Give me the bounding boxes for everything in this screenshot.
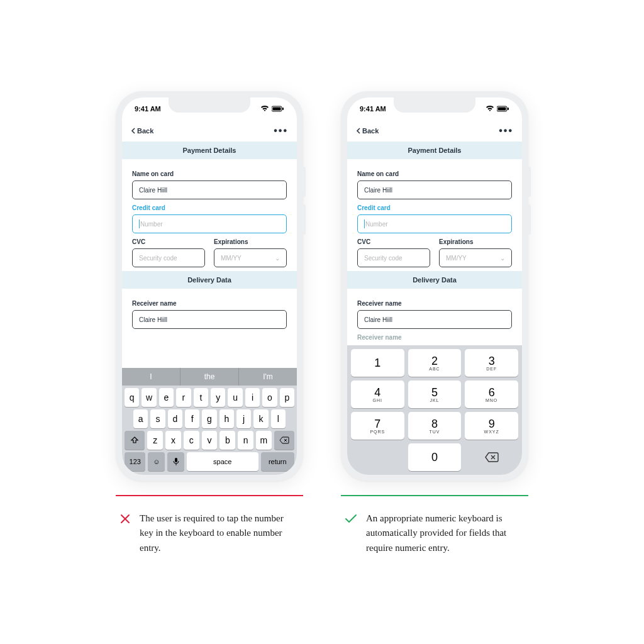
name-input[interactable]: Claire Hiill <box>357 180 512 199</box>
numkey-delete[interactable] <box>465 443 518 471</box>
section-payment: Payment Details <box>122 142 297 159</box>
exp-select[interactable]: MM/YY⌄ <box>214 248 287 267</box>
key-y[interactable]: y <box>211 388 225 407</box>
cvc-input[interactable]: Security code <box>132 248 205 267</box>
key-b[interactable]: b <box>219 431 235 450</box>
name-label: Name on card <box>357 170 512 177</box>
key-m[interactable]: m <box>256 431 272 450</box>
phone-bad: 9:41 AM Back ••• Payment Details Name on… <box>116 91 303 481</box>
caption-bad: The user is required to tap the number k… <box>116 495 303 555</box>
svg-rect-3 <box>175 458 177 462</box>
key-t[interactable]: t <box>194 388 208 407</box>
predict-0[interactable]: I <box>122 368 180 386</box>
key-o[interactable]: o <box>262 388 277 407</box>
key-q[interactable]: q <box>125 388 139 407</box>
key-f[interactable]: f <box>185 409 199 428</box>
kb-row-2: a s d f g h j k l <box>122 407 297 428</box>
more-button[interactable]: ••• <box>499 125 513 136</box>
card-input[interactable]: Number <box>132 214 287 233</box>
chevron-left-icon <box>356 128 361 134</box>
key-c[interactable]: c <box>184 431 199 450</box>
receiver-label: Receiver name <box>357 300 512 307</box>
return-key[interactable]: return <box>261 452 294 471</box>
numkey-4[interactable]: 4GHI <box>351 380 404 408</box>
back-button[interactable]: Back <box>131 127 153 135</box>
key-j[interactable]: j <box>236 409 251 428</box>
caption-good-text: An appropriate numeric keyboard is autom… <box>366 511 525 555</box>
status-icons <box>486 106 509 112</box>
form-body: Payment Details Name on card Claire Hiil… <box>122 142 297 368</box>
key-a[interactable]: a <box>133 409 148 428</box>
battery-icon <box>497 106 509 112</box>
space-key[interactable]: space <box>187 452 258 471</box>
status-icons <box>260 106 284 112</box>
rule-good <box>341 495 528 496</box>
kb-row-1: q w e r t y u i o p <box>122 386 297 407</box>
exp-label: Expirations <box>439 238 512 245</box>
phone-good: 9:41 AM Back ••• Payment Details Name on… <box>341 91 528 481</box>
key-i[interactable]: i <box>245 388 260 407</box>
svg-rect-1 <box>273 108 281 111</box>
cvc-input[interactable]: Security code <box>357 248 430 267</box>
key-r[interactable]: r <box>176 388 191 407</box>
status-time: 9:41 AM <box>360 105 386 113</box>
back-button[interactable]: Back <box>356 127 379 135</box>
mic-key[interactable] <box>167 452 184 471</box>
predict-2[interactable]: I'm <box>239 368 297 386</box>
key-x[interactable]: x <box>165 431 181 450</box>
receiver-label: Receiver name <box>132 300 287 307</box>
key-z[interactable]: z <box>147 431 163 450</box>
check-icon <box>345 513 357 525</box>
numkey-2[interactable]: 2ABC <box>408 349 462 377</box>
numkey-6[interactable]: 6MNO <box>465 380 518 408</box>
numkey-0[interactable]: 0 <box>408 443 462 471</box>
key-v[interactable]: v <box>202 431 218 450</box>
key-l[interactable]: l <box>271 409 286 428</box>
exp-label: Expirations <box>214 238 287 245</box>
key-u[interactable]: u <box>228 388 242 407</box>
chevron-left-icon <box>131 128 136 134</box>
key-h[interactable]: h <box>219 409 234 428</box>
emoji-key[interactable]: ☺ <box>148 452 165 471</box>
shift-key[interactable] <box>125 431 145 450</box>
back-label: Back <box>137 127 153 135</box>
notch <box>169 97 250 113</box>
shift-icon <box>130 436 139 445</box>
card-input[interactable]: Number <box>357 214 512 233</box>
mic-icon <box>173 457 179 466</box>
backspace-key[interactable] <box>274 431 294 450</box>
key-w[interactable]: w <box>142 388 156 407</box>
chevron-down-icon: ⌄ <box>500 255 505 262</box>
key-d[interactable]: d <box>168 409 182 428</box>
numkey-3[interactable]: 3DEF <box>465 349 518 377</box>
form-body: Payment Details Name on card Claire Hiil… <box>347 142 522 345</box>
wifi-icon <box>260 106 269 112</box>
card-label: Credit card <box>357 204 512 211</box>
key-g[interactable]: g <box>202 409 216 428</box>
card-label: Credit card <box>132 204 287 211</box>
exp-select[interactable]: MM/YY⌄ <box>439 248 512 267</box>
key-n[interactable]: n <box>238 431 253 450</box>
key-p[interactable]: p <box>280 388 294 407</box>
backspace-icon <box>279 436 289 444</box>
svg-rect-6 <box>508 108 509 110</box>
receiver-input[interactable]: Claire Hiill <box>132 310 287 329</box>
numkey-8[interactable]: 8TUV <box>408 412 462 440</box>
numkey-5[interactable]: 5JKL <box>408 380 462 408</box>
top-bar: Back ••• <box>347 120 522 142</box>
caption-bad-text: The user is required to tap the number k… <box>140 511 299 555</box>
predict-1[interactable]: the <box>180 368 239 386</box>
key-k[interactable]: k <box>253 409 268 428</box>
more-button[interactable]: ••• <box>274 125 288 136</box>
battery-icon <box>272 106 284 112</box>
numkey-7[interactable]: 7PQRS <box>351 412 404 440</box>
numbers-key[interactable]: 123 <box>125 452 145 471</box>
name-input[interactable]: Claire Hiill <box>132 180 287 199</box>
key-s[interactable]: s <box>150 409 165 428</box>
receiver-input[interactable]: Claire Hiill <box>357 310 512 329</box>
numkey-9[interactable]: 9WXYZ <box>465 412 518 440</box>
numkey-1[interactable]: 1 <box>351 349 404 377</box>
section-delivery: Delivery Data <box>122 271 297 289</box>
key-e[interactable]: e <box>159 388 174 407</box>
section-delivery: Delivery Data <box>347 271 522 289</box>
